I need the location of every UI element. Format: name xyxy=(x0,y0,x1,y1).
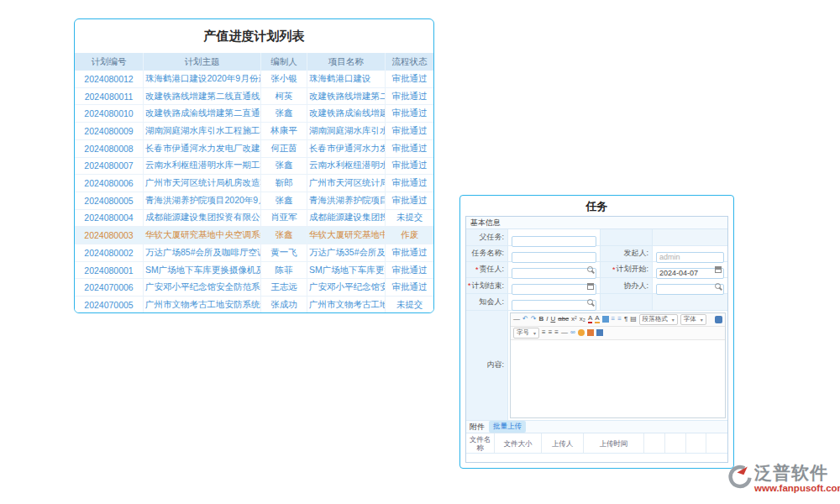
cell-author: 陈菲 xyxy=(261,262,307,280)
cell-subject[interactable]: 万达广场85#会所及咖啡厅空调安装工程2020... xyxy=(144,244,261,262)
cell-project: 珠海鹤港口建设 xyxy=(307,71,386,88)
calendar-icon[interactable] xyxy=(587,283,594,290)
superscript-icon[interactable]: x² xyxy=(571,315,577,323)
italic-icon[interactable]: I xyxy=(546,315,548,323)
cell-subject[interactable]: 长春市伊通河水力发电厂改建工程2020年8月... xyxy=(144,140,261,158)
cell-id[interactable]: 2024080002 xyxy=(75,244,144,262)
cell-subject[interactable]: 广安邓小平纪念馆安全防范系统维护保养项目... xyxy=(144,279,261,297)
tab-attachments[interactable]: 附件 xyxy=(470,422,485,433)
plan-row-2024080005[interactable]: 2024080005青海洪湖养护院项目2020年9月份进度张鑫青海洪湖养护院项目… xyxy=(75,192,433,210)
cell-id[interactable]: 2024080011 xyxy=(75,88,144,106)
cell-id[interactable]: 2024080008 xyxy=(75,140,144,158)
form-row: *计划结束: 协办人: xyxy=(466,278,727,294)
cell-subject[interactable]: 改建铁路成渝线增建第二直通线（成渝枢纽）... xyxy=(144,105,261,123)
bold-icon[interactable]: B xyxy=(538,315,543,323)
align-center-icon[interactable]: ≡ xyxy=(549,328,553,337)
cell-id[interactable]: 2024080001 xyxy=(75,262,144,280)
task-name-cell xyxy=(508,246,601,261)
cell-subject[interactable]: SM广场地下车库更换摄像机及硬盘项目2020... xyxy=(144,262,261,280)
editor-toolbar-row1: —↶↷BIUabcx²x₂AA≡≡¶▤段落格式▾字体▾ xyxy=(511,313,725,327)
initiator-input[interactable] xyxy=(656,252,724,263)
align-right-icon[interactable]: ≡ xyxy=(554,328,559,337)
paragraph-format-select[interactable]: 段落格式▾ xyxy=(639,314,678,325)
responsible-input[interactable] xyxy=(512,268,596,279)
cell-subject[interactable]: 华软大厦研究基地中央空调系统工程2020年9... xyxy=(144,227,261,244)
cell-id[interactable]: 2024080004 xyxy=(75,210,144,228)
plan-row-2024080008[interactable]: 2024080008长春市伊通河水力发电厂改建工程2020年8月...何正茵长春… xyxy=(75,140,433,158)
batch-upload-button[interactable]: 批量上传 xyxy=(489,421,526,433)
plan-row-2024080001[interactable]: 2024080001SM广场地下车库更换摄像机及硬盘项目2020...陈菲SM广… xyxy=(75,262,433,280)
cell-project: 广州市文物考古工地安防... xyxy=(307,297,386,313)
maximize-icon[interactable] xyxy=(715,316,722,323)
cell-id[interactable]: 2024070006 xyxy=(75,279,144,297)
plan-row-2024080012[interactable]: 2024080012珠海鹤港口建设2020年9月份进度张小银珠海鹤港口建设审批通… xyxy=(75,71,433,88)
co-organizer-input[interactable] xyxy=(656,284,724,295)
plan-start-input[interactable] xyxy=(656,268,724,279)
required-marker: * xyxy=(475,265,479,274)
task-form: 基本信息 父任务: 任务名称: 发起人: *责任人: *计划开始: xyxy=(465,216,728,463)
ordered-list-icon[interactable]: ≡ xyxy=(612,315,616,323)
format-brush-icon[interactable] xyxy=(602,316,609,323)
cell-id[interactable]: 2024080005 xyxy=(75,192,144,210)
plan-row-2024070006[interactable]: 2024070006广安邓小平纪念馆安全防范系统维护保养项目...王志远广安邓小… xyxy=(75,279,433,297)
calendar-icon[interactable] xyxy=(715,266,722,273)
informed-input[interactable] xyxy=(512,300,596,311)
cell-id[interactable]: 2024080007 xyxy=(75,158,144,176)
plan-row-2024080004[interactable]: 2024080004成都能源建设集团投资有限公司临时办公场所...肖亚军成都能源… xyxy=(75,210,433,228)
cell-id[interactable]: 2024080003 xyxy=(75,227,144,244)
cell-subject[interactable]: 青海洪湖养护院项目2020年9月份进度 xyxy=(144,192,261,210)
plan-row-2024080006[interactable]: 2024080006广州市天河区统计局机房改造项目2020年9月...靳郎广州市… xyxy=(75,175,433,192)
search-icon[interactable] xyxy=(715,283,722,290)
plan-row-2024080007[interactable]: 2024080007云南水利枢纽潜明水库一期工程施工2020年8...张鑫云南水… xyxy=(75,158,433,176)
text-color-icon[interactable]: A xyxy=(588,315,592,323)
image-icon[interactable] xyxy=(587,329,594,336)
plan-row-2024070005[interactable]: 2024070005广州市文物考古工地安防系统设备保修2020年...张成功广州… xyxy=(75,297,433,313)
cell-id[interactable]: 2024080012 xyxy=(75,71,144,88)
plan-row-2024080002[interactable]: 2024080002万达广场85#会所及咖啡厅空调安装工程2020...黄一飞万… xyxy=(75,244,433,262)
content-editor[interactable] xyxy=(511,340,725,417)
align-left-icon[interactable]: ≡ xyxy=(542,328,546,337)
cell-subject[interactable]: 湖南洞庭湖水库引水工程施工标2020年9月份... xyxy=(144,123,261,140)
horizontal-rule-icon[interactable]: ― xyxy=(561,328,568,337)
blockquote-icon[interactable]: ¶ xyxy=(624,315,627,323)
plan-row-2024080011[interactable]: 2024080011改建铁路线增建第二线直通线（成都-西安）电...柯英改建铁路… xyxy=(75,88,433,106)
cell-id[interactable]: 2024070005 xyxy=(75,297,144,313)
emoticon-icon[interactable] xyxy=(578,329,585,336)
cell-id[interactable]: 2024080010 xyxy=(75,105,144,123)
undo-icon[interactable]: ↶ xyxy=(522,315,528,323)
link-icon[interactable]: ∞ xyxy=(570,328,575,337)
cell-subject[interactable]: 云南水利枢纽潜明水库一期工程施工2020年8... xyxy=(144,158,261,176)
attach-column-filesize: 文件大小 xyxy=(495,433,542,454)
strikethrough-icon[interactable]: abc xyxy=(558,315,569,323)
cell-id[interactable]: 2024080006 xyxy=(75,175,144,192)
subscript-icon[interactable]: x₂ xyxy=(580,315,585,323)
plan-end-input[interactable] xyxy=(512,284,596,295)
cell-status: 审批通过 xyxy=(386,105,433,123)
plan-row-2024080009[interactable]: 2024080009湖南洞庭湖水库引水工程施工标2020年9月份...林康平湖南… xyxy=(75,123,433,140)
cell-id[interactable]: 2024080009 xyxy=(75,123,144,140)
table-icon[interactable] xyxy=(596,329,603,336)
source-icon[interactable]: — xyxy=(513,315,520,323)
redo-icon[interactable]: ↷ xyxy=(531,315,537,323)
plan-start-label: *计划开始: xyxy=(601,262,653,277)
content-row: 内容: —↶↷BIUabcx²x₂AA≡≡¶▤段落格式▾字体▾ 字号▾≡≡≡―∞ xyxy=(466,311,727,421)
cell-subject[interactable]: 广州市天河区统计局机房改造项目2020年9月... xyxy=(144,175,261,192)
cell-subject[interactable]: 改建铁路线增建第二线直通线（成都-西安）电... xyxy=(144,88,261,106)
font-family-select[interactable]: 字体▾ xyxy=(680,314,706,325)
search-icon[interactable] xyxy=(587,299,594,306)
cell-subject[interactable]: 珠海鹤港口建设2020年9月份进度 xyxy=(144,71,261,88)
plan-row-2024080010[interactable]: 2024080010改建铁路成渝线增建第二直通线（成渝枢纽）...张鑫改建铁路成… xyxy=(75,105,433,123)
form-row: 任务名称: 发起人: xyxy=(466,246,727,262)
unordered-list-icon[interactable]: ≡ xyxy=(617,315,622,323)
underline-icon[interactable]: U xyxy=(550,315,555,323)
font-size-select[interactable]: 字号▾ xyxy=(513,328,539,339)
cell-subject[interactable]: 成都能源建设集团投资有限公司临时办公场所... xyxy=(144,210,261,228)
parent-task-input[interactable] xyxy=(512,236,596,247)
cell-project: 云南水利枢纽潜明水库一... xyxy=(307,158,386,176)
task-name-input[interactable] xyxy=(512,252,596,263)
background-color-icon[interactable]: A xyxy=(595,315,599,323)
cell-subject[interactable]: 广州市文物考古工地安防系统设备保修2020年... xyxy=(144,297,261,313)
search-icon[interactable] xyxy=(587,266,594,273)
plan-row-2024080003[interactable]: 2024080003华软大厦研究基地中央空调系统工程2020年9...张鑫华软大… xyxy=(75,227,433,244)
paste-icon[interactable]: ▤ xyxy=(630,315,637,323)
